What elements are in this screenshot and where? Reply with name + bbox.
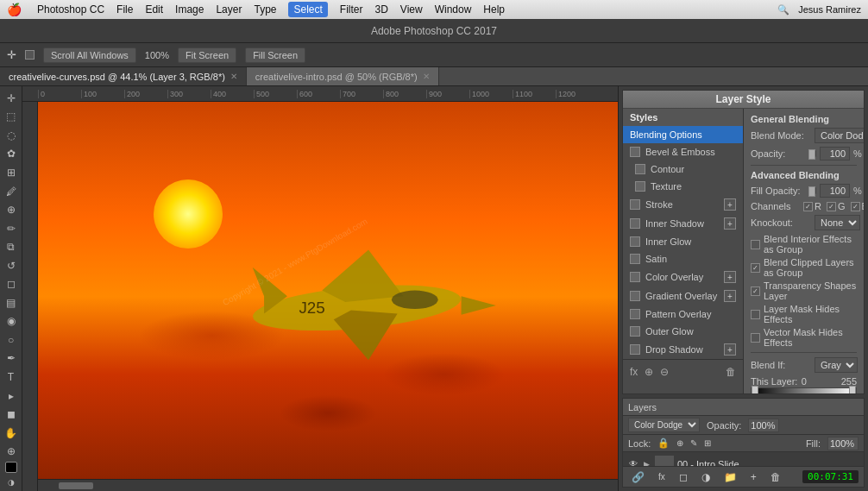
- search-icon[interactable]: 🔍: [777, 4, 789, 16]
- pen-tool[interactable]: ✒: [2, 350, 21, 368]
- lock-icon[interactable]: 🔒: [657, 437, 670, 449]
- dodge-tool[interactable]: ○: [2, 331, 21, 349]
- style-checkbox[interactable]: [630, 236, 640, 247]
- style-add-btn[interactable]: +: [724, 290, 736, 302]
- style-inner-glow[interactable]: Inner Glow: [623, 233, 743, 250]
- style-blending-options[interactable]: Blending Options: [623, 126, 743, 143]
- layer-blend-mode-select[interactable]: Color Dodge: [628, 418, 700, 432]
- channel-g-cb[interactable]: [827, 202, 836, 211]
- style-checkbox[interactable]: [635, 181, 645, 192]
- channel-b-cb[interactable]: [851, 202, 860, 211]
- blend-if-select[interactable]: Gray: [815, 357, 858, 373]
- quick-select-tool[interactable]: ✿: [2, 146, 21, 163]
- layer-folder-btn[interactable]: 📁: [720, 469, 740, 485]
- shape-tool[interactable]: ◼: [2, 406, 21, 423]
- history-tool[interactable]: ↺: [2, 257, 21, 274]
- blend-mode-select[interactable]: Color Dodge: [815, 128, 864, 143]
- group-arrow-00[interactable]: ▶: [644, 460, 650, 467]
- scroll-all-btn[interactable]: Scroll All Windows: [43, 47, 136, 63]
- style-contour[interactable]: Contour: [623, 161, 743, 178]
- auto-select-cb[interactable]: [25, 50, 35, 60]
- fit-screen-btn[interactable]: Fit Screen: [178, 47, 236, 63]
- blend-interior-cb[interactable]: [751, 240, 760, 249]
- tab-curves-close[interactable]: ✕: [230, 72, 237, 81]
- layers-opacity-input[interactable]: [748, 419, 779, 432]
- fill-screen-btn[interactable]: Fill Screen: [245, 47, 305, 63]
- layer-group-00[interactable]: 👁 ▶ 00 - Intro Slide: [623, 452, 864, 466]
- zoom-tool[interactable]: ⊕: [2, 443, 21, 460]
- lock-all-icon[interactable]: ⊞: [704, 438, 711, 448]
- tab-intro-close[interactable]: ✕: [423, 72, 430, 81]
- this-layer-handle-left[interactable]: [752, 386, 758, 393]
- apple-menu[interactable]: 🍎: [7, 3, 22, 16]
- tab-curves[interactable]: creativelive-curves.psd @ 44.1% (Layer 3…: [0, 67, 247, 85]
- knockout-select[interactable]: None: [815, 215, 860, 230]
- menu-filter[interactable]: Filter: [340, 3, 363, 16]
- channel-r-cb[interactable]: [803, 202, 813, 211]
- opacity-slider[interactable]: [815, 150, 816, 157]
- selection-tool[interactable]: ⬚: [2, 109, 21, 126]
- style-inner-shadow[interactable]: Inner Shadow +: [623, 214, 743, 233]
- style-checkbox[interactable]: [630, 199, 640, 210]
- layer-new-btn[interactable]: +: [747, 469, 760, 485]
- style-satin[interactable]: Satin: [623, 250, 743, 268]
- path-select-tool[interactable]: ▸: [2, 387, 21, 405]
- gradient-tool[interactable]: ▤: [2, 294, 21, 312]
- foreground-color[interactable]: [5, 462, 17, 473]
- menu-file[interactable]: File: [116, 3, 133, 16]
- fill-input[interactable]: [827, 437, 859, 450]
- fx-icon[interactable]: fx: [630, 366, 638, 378]
- style-color-overlay[interactable]: Color Overlay +: [623, 268, 743, 286]
- menu-image[interactable]: Image: [175, 3, 204, 16]
- style-texture[interactable]: Texture: [623, 178, 743, 195]
- lock-pos-icon[interactable]: ⊕: [676, 438, 683, 448]
- style-gradient-overlay[interactable]: Gradient Overlay +: [623, 286, 743, 305]
- menu-select[interactable]: Select: [288, 2, 327, 17]
- style-checkbox[interactable]: [630, 309, 640, 319]
- menu-view[interactable]: View: [400, 3, 423, 16]
- menu-3d[interactable]: 3D: [375, 3, 388, 16]
- lock-art-icon[interactable]: ✎: [690, 438, 697, 448]
- eraser-tool[interactable]: ◻: [2, 275, 21, 293]
- eyedropper-tool[interactable]: 🖉: [2, 183, 21, 200]
- fill-opacity-handle[interactable]: [808, 186, 815, 197]
- fx-minus-btn[interactable]: ⊖: [660, 366, 669, 378]
- move-tool[interactable]: ✛: [2, 90, 21, 107]
- tab-intro[interactable]: creativelive-intro.psd @ 50% (RGB/8*) ✕: [247, 67, 439, 85]
- style-checkbox[interactable]: [635, 164, 645, 174]
- healing-tool[interactable]: ⊕: [2, 201, 21, 218]
- style-drop-shadow[interactable]: Drop Shadow +: [623, 340, 743, 359]
- transparency-cb[interactable]: [751, 286, 760, 296]
- fx-add-btn[interactable]: ⊕: [645, 366, 653, 378]
- layer-delete-btn[interactable]: 🗑: [767, 469, 784, 485]
- style-add-btn[interactable]: +: [724, 217, 736, 230]
- channel-r[interactable]: R: [803, 201, 821, 211]
- opacity-handle[interactable]: [808, 149, 815, 160]
- menu-type[interactable]: Type: [254, 3, 276, 16]
- layer-mask-cb[interactable]: [751, 310, 760, 319]
- menu-layer[interactable]: Layer: [216, 3, 242, 16]
- style-add-btn[interactable]: +: [724, 271, 736, 283]
- layer-mask-btn[interactable]: ◻: [676, 469, 691, 485]
- mask-mode[interactable]: ◑: [2, 475, 21, 491]
- hand-tool[interactable]: ✋: [2, 425, 21, 442]
- menu-window[interactable]: Window: [435, 3, 472, 16]
- scrollbar-thumb[interactable]: [59, 482, 93, 489]
- vector-mask-cb[interactable]: [751, 333, 760, 343]
- style-checkbox[interactable]: [630, 254, 640, 264]
- brush-tool[interactable]: ✏: [2, 220, 21, 237]
- this-layer-slider[interactable]: [751, 387, 857, 393]
- style-checkbox[interactable]: [630, 291, 640, 301]
- style-outer-glow[interactable]: Outer Glow: [623, 323, 743, 340]
- canvas-image[interactable]: J25 Copyright © 2021 - www.PtgDownload.c…: [38, 102, 618, 491]
- style-checkbox[interactable]: [630, 344, 640, 355]
- menu-help[interactable]: Help: [483, 3, 505, 16]
- this-layer-handle-right[interactable]: [849, 386, 856, 393]
- crop-tool[interactable]: ⊞: [2, 164, 21, 181]
- layer-adj-btn[interactable]: ◑: [698, 469, 714, 485]
- menu-edit[interactable]: Edit: [145, 3, 163, 16]
- layer-fx-btn[interactable]: fx: [655, 470, 669, 483]
- fill-opacity-slider[interactable]: [815, 187, 816, 194]
- style-checkbox[interactable]: [630, 272, 640, 282]
- fx-delete-btn[interactable]: 🗑: [726, 366, 736, 378]
